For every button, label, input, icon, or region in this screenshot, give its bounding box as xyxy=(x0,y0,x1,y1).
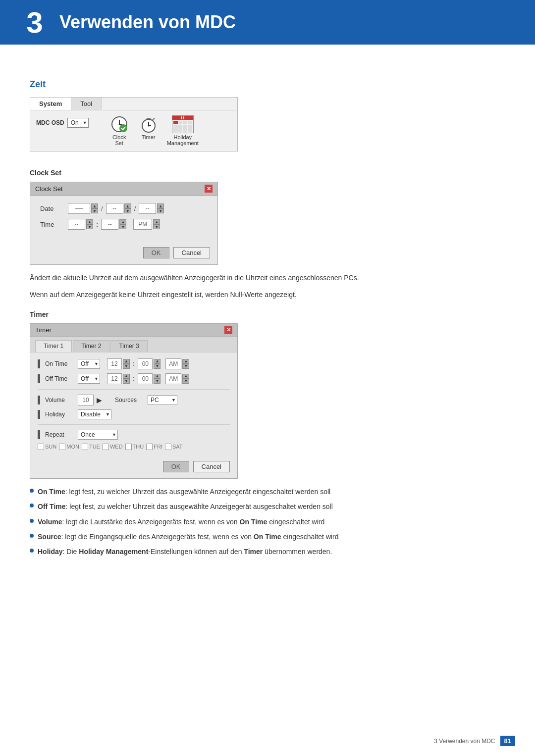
off-time-m-input[interactable] xyxy=(138,373,153,384)
time-spinner-btn-h[interactable]: ▲ ▼ xyxy=(86,219,93,229)
day-sat-label[interactable]: SAT xyxy=(165,444,183,450)
date-spinner-up-3[interactable]: ▲ xyxy=(157,203,164,208)
on-time-m-input[interactable] xyxy=(138,358,153,369)
off-time-m-btn[interactable]: ▲ ▼ xyxy=(154,374,160,384)
on-time-ampm-down[interactable]: ▼ xyxy=(182,364,189,369)
date-input-1[interactable] xyxy=(68,203,90,214)
date-spinner-btn-2[interactable]: ▲ ▼ xyxy=(124,203,131,213)
on-time-m-up[interactable]: ▲ xyxy=(154,359,160,364)
date-spinner-down-2[interactable]: ▼ xyxy=(124,208,131,213)
footer-page-number: 81 xyxy=(500,736,515,746)
on-time-ampm-input[interactable] xyxy=(165,358,181,369)
time-input-h[interactable] xyxy=(68,219,85,230)
day-sat-checkbox[interactable] xyxy=(165,444,171,450)
bullet-holiday-rest1: : Die xyxy=(63,548,79,555)
day-sat-text: SAT xyxy=(172,444,183,450)
time-spinner-down-m[interactable]: ▼ xyxy=(119,224,126,229)
svg-rect-9 xyxy=(147,118,151,119)
day-sun-label[interactable]: SUN xyxy=(38,444,56,450)
day-tue-label[interactable]: TUE xyxy=(82,444,100,450)
tab-system[interactable]: System xyxy=(30,98,71,110)
time-ampm-up[interactable]: ▲ xyxy=(153,219,160,224)
day-tue-checkbox[interactable] xyxy=(82,444,88,450)
day-fri-label[interactable]: FRI xyxy=(146,444,162,450)
off-time-ampm-up[interactable]: ▲ xyxy=(182,374,189,379)
day-thu-checkbox[interactable] xyxy=(125,444,132,450)
volume-arrow-icon[interactable]: ▶ xyxy=(97,396,102,404)
off-time-h-input[interactable] xyxy=(107,373,122,384)
timer-footer: OK Cancel xyxy=(30,456,237,478)
off-time-h-up[interactable]: ▲ xyxy=(123,374,130,379)
holiday-icon-item[interactable]: HolidayManagement xyxy=(167,115,199,146)
timer-tab-1[interactable]: Timer 1 xyxy=(35,340,72,352)
date-spinner-up-1[interactable]: ▲ xyxy=(91,203,98,208)
date-spinner-down-3[interactable]: ▼ xyxy=(157,208,164,213)
time-colon: : xyxy=(96,221,98,228)
date-input-2[interactable] xyxy=(106,203,123,214)
day-mon-checkbox[interactable] xyxy=(59,444,65,450)
on-time-ampm-up[interactable]: ▲ xyxy=(182,359,189,364)
on-time-ampm-btn[interactable]: ▲ ▼ xyxy=(182,359,189,369)
sources-dropdown[interactable]: PC xyxy=(148,395,177,405)
off-time-h-btn[interactable]: ▲ ▼ xyxy=(123,374,130,384)
time-ampm-input[interactable] xyxy=(133,219,152,230)
clock-set-close-button[interactable]: ✕ xyxy=(205,185,213,193)
day-mon-label[interactable]: MON xyxy=(59,444,79,450)
holiday-dropdown[interactable]: Disable Enable xyxy=(78,409,111,419)
tab-tool[interactable]: Tool xyxy=(71,98,102,110)
on-time-m-down[interactable]: ▼ xyxy=(154,364,160,369)
off-time-dropdown[interactable]: Off On xyxy=(78,374,100,384)
time-ampm-down[interactable]: ▼ xyxy=(153,224,160,229)
on-time-m-btn[interactable]: ▲ ▼ xyxy=(154,359,160,369)
off-time-m-up[interactable]: ▲ xyxy=(154,374,160,379)
timer-ok-button[interactable]: OK xyxy=(163,461,189,472)
day-fri-checkbox[interactable] xyxy=(146,444,153,450)
on-time-dropdown-wrapper: Off On ▼ xyxy=(78,359,100,369)
bullet-dot-off-time xyxy=(30,504,34,507)
on-time-indicator xyxy=(38,359,40,368)
day-wed-label[interactable]: WED xyxy=(103,444,123,450)
off-time-m-down[interactable]: ▼ xyxy=(154,379,160,384)
time-spinner-up-h[interactable]: ▲ xyxy=(86,219,93,224)
mdc-osd-dropdown[interactable]: On Off xyxy=(67,118,89,128)
time-spinner-up-m[interactable]: ▲ xyxy=(119,219,126,224)
date-input-3[interactable] xyxy=(139,203,156,214)
off-time-h-down[interactable]: ▼ xyxy=(123,379,130,384)
clock-set-titlebar: Clock Set ✕ xyxy=(30,182,217,196)
clock-set-dialog: Clock Set ✕ Date ▲ ▼ / ▲ xyxy=(30,182,218,265)
timer-label: Timer xyxy=(142,134,156,140)
off-time-ampm-spinner: ▲ ▼ xyxy=(165,373,189,384)
clock-set-cancel-button[interactable]: Cancel xyxy=(173,247,210,258)
on-time-h-btn[interactable]: ▲ ▼ xyxy=(123,359,130,369)
day-wed-checkbox[interactable] xyxy=(103,444,109,450)
on-time-dropdown[interactable]: Off On xyxy=(78,359,100,369)
off-time-ampm-btn[interactable]: ▲ ▼ xyxy=(182,374,189,384)
timer-close-button[interactable]: ✕ xyxy=(224,326,232,334)
repeat-indicator xyxy=(38,430,40,439)
time-input-m[interactable] xyxy=(101,219,118,230)
off-time-ampm-input[interactable] xyxy=(165,373,181,384)
timer-tab-3[interactable]: Timer 3 xyxy=(110,340,147,352)
day-sun-checkbox[interactable] xyxy=(38,444,44,450)
timer-cancel-button[interactable]: Cancel xyxy=(193,461,230,472)
time-ampm-btn[interactable]: ▲ ▼ xyxy=(153,219,160,229)
clock-set-icon-item[interactable]: ClockSet xyxy=(108,115,130,146)
date-spinner-btn-3[interactable]: ▲ ▼ xyxy=(157,203,164,213)
timer-tab-2[interactable]: Timer 2 xyxy=(73,340,109,352)
volume-input[interactable] xyxy=(78,395,94,405)
date-spinner-down-1[interactable]: ▼ xyxy=(91,208,98,213)
off-time-ampm-down[interactable]: ▼ xyxy=(182,379,189,384)
timer-icon-item[interactable]: Timer xyxy=(138,115,160,140)
day-thu-label[interactable]: THU xyxy=(125,444,144,450)
clock-set-ok-button[interactable]: OK xyxy=(143,247,169,258)
clock-set-title-text: Clock Set xyxy=(35,185,63,193)
date-spinner-btn-1[interactable]: ▲ ▼ xyxy=(91,203,98,213)
on-time-h-up[interactable]: ▲ xyxy=(123,359,130,364)
date-spinner-up-2[interactable]: ▲ xyxy=(124,203,131,208)
on-time-h-down[interactable]: ▼ xyxy=(123,364,130,369)
time-spinner-down-h[interactable]: ▼ xyxy=(86,224,93,229)
repeat-dropdown[interactable]: Once Every day Mon~Fri Mon~Sat Sat~Sun M… xyxy=(78,430,118,440)
on-time-h-input[interactable] xyxy=(107,358,122,369)
time-spinner-btn-m[interactable]: ▲ ▼ xyxy=(119,219,126,229)
tab-row: System Tool xyxy=(30,98,237,110)
